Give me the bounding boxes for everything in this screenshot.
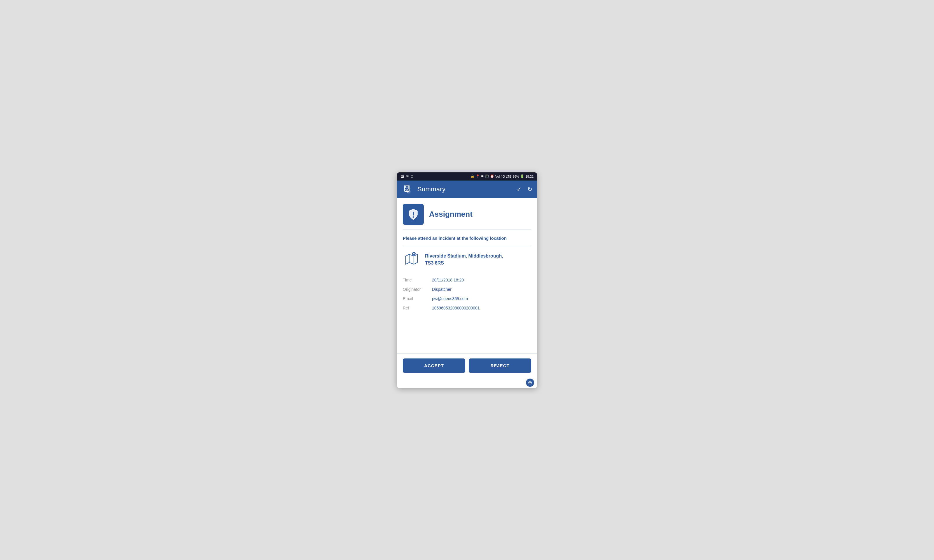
svg-point-7: [413, 253, 415, 254]
battery-icon: 🔋: [520, 174, 524, 178]
originator-label: Originator: [403, 287, 432, 292]
svg-rect-1: [405, 186, 408, 188]
incident-description: Please attend an incident at the followi…: [397, 230, 537, 246]
image-icon: 🖼: [401, 174, 404, 178]
action-buttons: ACCEPT REJECT: [397, 354, 537, 377]
main-content: Assignment Please attend an incident at …: [397, 198, 537, 388]
phone-container: 🖼 ✉ ⏱ 🔒 📍 ✱ 📳 ⏰ Vol 4G LTE 96% 🔋 18:22: [397, 172, 537, 388]
svg-point-5: [413, 216, 414, 218]
details-section: Time 20/11/2018 18:20 Originator Dispatc…: [397, 273, 537, 318]
detail-row-time: Time 20/11/2018 18:20: [403, 275, 531, 285]
vibrate-icon: 📳: [485, 174, 489, 178]
app-bar-title: Summary: [418, 186, 516, 193]
ref-value: 105960532080000200001: [432, 306, 480, 310]
email-label: Email: [403, 296, 432, 301]
check-action-button[interactable]: ✓: [516, 186, 522, 193]
assignment-header: Assignment: [397, 198, 537, 229]
time-display: 18:22: [526, 175, 533, 178]
location-line1: Riverside Stadium, Middlesbrough,: [425, 254, 503, 258]
detail-row-ref: Ref 105960532080000200001: [403, 303, 531, 313]
assignment-icon-box: [403, 204, 424, 225]
detail-row-originator: Originator Dispatcher: [403, 285, 531, 294]
bottom-nav: [397, 377, 537, 388]
refresh-action-button[interactable]: ↻: [527, 186, 532, 193]
status-bar-right: 🔒 📍 ✱ 📳 ⏰ Vol 4G LTE 96% 🔋 18:22: [470, 174, 533, 178]
app-logo-icon: 👁: [402, 183, 413, 195]
app-bar-actions: ✓ ↻: [516, 186, 532, 193]
svg-rect-4: [413, 212, 414, 215]
content-spacer: [397, 318, 537, 354]
clock-icon: ⏱: [410, 174, 414, 178]
nav-circle-icon: [526, 378, 534, 387]
email-value: pw@coeus365.com: [432, 296, 468, 301]
svg-text:👁: 👁: [406, 191, 408, 193]
reject-button[interactable]: REJECT: [469, 358, 531, 373]
svg-point-9: [529, 382, 531, 383]
detail-row-email: Email pw@coeus365.com: [403, 294, 531, 303]
bluetooth-icon: ✱: [481, 174, 484, 178]
originator-value: Dispatcher: [432, 287, 452, 292]
status-bar-left: 🖼 ✉ ⏱: [401, 174, 414, 178]
email-icon: ✉: [406, 174, 408, 178]
time-label: Time: [403, 278, 432, 282]
accept-button[interactable]: ACCEPT: [403, 358, 465, 373]
alarm-icon: ⏰: [490, 174, 494, 178]
location-text: Riverside Stadium, Middlesbrough, TS3 6R…: [425, 252, 503, 266]
location-line2: TS3 6RS: [425, 260, 444, 265]
assignment-title: Assignment: [429, 210, 473, 219]
ref-label: Ref: [403, 306, 432, 310]
battery-percent: 96%: [513, 175, 519, 178]
signal-text: Vol 4G LTE: [495, 175, 512, 178]
location-icon-status: 📍: [476, 174, 480, 178]
app-bar: 👁 Summary ✓ ↻: [397, 180, 537, 198]
status-bar: 🖼 ✉ ⏱ 🔒 📍 ✱ 📳 ⏰ Vol 4G LTE 96% 🔋 18:22: [397, 172, 537, 180]
location-section: Riverside Stadium, Middlesbrough, TS3 6R…: [397, 246, 537, 273]
lock-icon: 🔒: [470, 174, 475, 178]
time-value: 20/11/2018 18:20: [432, 278, 464, 282]
location-map-icon: [403, 251, 420, 268]
